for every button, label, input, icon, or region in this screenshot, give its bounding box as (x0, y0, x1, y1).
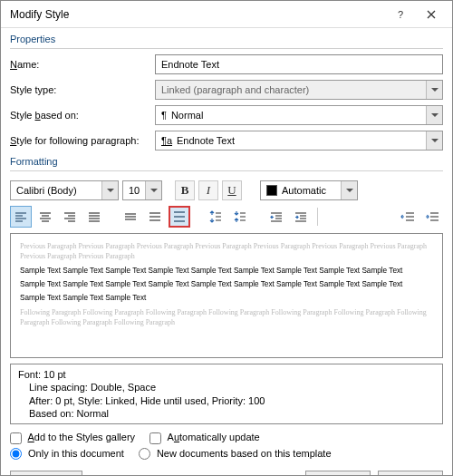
help-button[interactable]: ? (385, 5, 416, 24)
chevron-down-icon (107, 189, 114, 192)
following-value: ¶a Endnote Text (156, 131, 426, 150)
underline-button[interactable]: U (222, 180, 242, 200)
button-bar: Format OK Cancel (1, 463, 452, 476)
align-center-icon (39, 211, 52, 222)
font-size-combo[interactable]: 10 (122, 180, 162, 200)
align-justify-button[interactable] (83, 206, 105, 228)
align-right-button[interactable] (59, 206, 81, 228)
options-area: Add to the Styles gallery Automatically … (1, 424, 452, 460)
indent-dec-button[interactable] (265, 206, 287, 228)
align-left-button[interactable] (10, 206, 32, 228)
line-spacing-1-5-button[interactable] (144, 206, 166, 228)
style-type-value: Linked (paragraph and character) (156, 81, 426, 99)
following-label: Style for following paragraph: (10, 135, 155, 146)
cancel-button[interactable]: Cancel (378, 471, 443, 476)
decrease-indent-icon (400, 211, 415, 222)
close-icon (427, 10, 436, 19)
indent-dec-icon (270, 211, 283, 222)
increase-indent-button[interactable] (421, 206, 443, 228)
desc-line: Based on: Normal (18, 407, 435, 420)
style-type-combo: Linked (paragraph and character) (155, 80, 443, 100)
chevron-down-icon (346, 189, 353, 192)
spacing-2-icon (173, 211, 186, 222)
based-on-dropdown-btn[interactable] (426, 106, 442, 124)
style-description: Font: 10 pt Line spacing: Double, Space … (10, 364, 443, 424)
spacing-1-icon (124, 211, 137, 222)
separator (317, 208, 318, 226)
title-bar: Modify Style ? (1, 1, 452, 28)
divider (10, 48, 443, 49)
close-button[interactable] (416, 5, 447, 24)
name-input[interactable] (155, 54, 443, 74)
based-on-combo[interactable]: ¶ Normal (155, 105, 443, 125)
bold-button[interactable]: B (175, 180, 195, 200)
increase-indent-icon (425, 211, 439, 222)
divider (10, 170, 443, 171)
window-title: Modify Style (10, 8, 385, 21)
name-label: Name: (10, 59, 155, 70)
only-document-radio[interactable]: Only in this document (10, 448, 124, 461)
format-menu-button[interactable]: Format (10, 471, 82, 476)
formatting-header: Formatting (1, 151, 452, 169)
chevron-down-icon (150, 189, 158, 192)
following-combo[interactable]: ¶a Endnote Text (155, 131, 443, 151)
space-before-inc-button[interactable] (205, 206, 226, 228)
indent-inc-button[interactable] (290, 206, 312, 228)
pilcrow-icon: ¶ (161, 110, 167, 121)
preview-pane: Previous Paragraph Previous Paragraph Pr… (10, 233, 443, 358)
color-swatch-icon (266, 185, 277, 196)
desc-line: Line spacing: Double, Space (18, 381, 435, 393)
style-type-dropdown-btn (426, 81, 442, 99)
chevron-down-icon (431, 139, 439, 142)
pilcrow-a-icon: ¶a (161, 135, 172, 146)
desc-line: Font: 10 pt (18, 368, 435, 381)
properties-grid: Name: Style type: Linked (paragraph and … (1, 54, 452, 151)
ok-button[interactable]: OK (305, 471, 371, 476)
italic-button[interactable]: I (198, 180, 218, 200)
indent-inc-icon (294, 211, 307, 222)
decrease-indent-button[interactable] (397, 206, 419, 228)
auto-update-checkbox[interactable]: Automatically update (149, 432, 260, 444)
preview-following-text: Following Paragraph Following Paragraph … (20, 307, 433, 327)
font-color-combo[interactable]: Automatic (260, 180, 358, 200)
formatting-row-1: Calibri (Body) 10 B I U Automatic (1, 177, 452, 204)
desc-line: After: 0 pt, Style: Linked, Hide until u… (18, 394, 435, 407)
based-on-label: Style based on: (10, 110, 155, 121)
chevron-down-icon (431, 88, 439, 92)
align-right-icon (63, 211, 76, 222)
align-left-icon (14, 211, 27, 222)
line-spacing-2-button[interactable] (169, 206, 190, 228)
formatting-row-2 (1, 204, 452, 233)
preview-sample-line: Sample Text Sample Text Sample Text Samp… (20, 267, 433, 275)
align-justify-icon (88, 211, 101, 222)
style-type-label: Style type: (10, 84, 155, 95)
space-before-dec-icon (234, 210, 246, 223)
align-center-button[interactable] (34, 206, 56, 228)
preview-sample-line: Sample Text Sample Text Sample Text Samp… (20, 280, 433, 288)
space-before-inc-icon (209, 210, 222, 223)
spacing-1-5-icon (149, 211, 161, 222)
based-on-value: ¶ Normal (156, 106, 426, 124)
space-before-dec-button[interactable] (229, 206, 251, 228)
following-dropdown-btn[interactable] (426, 131, 442, 150)
properties-header: Properties (1, 28, 452, 46)
line-spacing-1-button[interactable] (120, 206, 141, 228)
preview-previous-text: Previous Paragraph Previous Paragraph Pr… (20, 241, 433, 261)
font-combo[interactable]: Calibri (Body) (10, 180, 119, 200)
add-gallery-checkbox[interactable]: Add to the Styles gallery (10, 432, 135, 444)
chevron-down-icon (431, 113, 439, 117)
new-documents-radio[interactable]: New documents based on this template (139, 448, 332, 461)
preview-sample-line: Sample Text Sample Text Sample Text (20, 294, 433, 302)
